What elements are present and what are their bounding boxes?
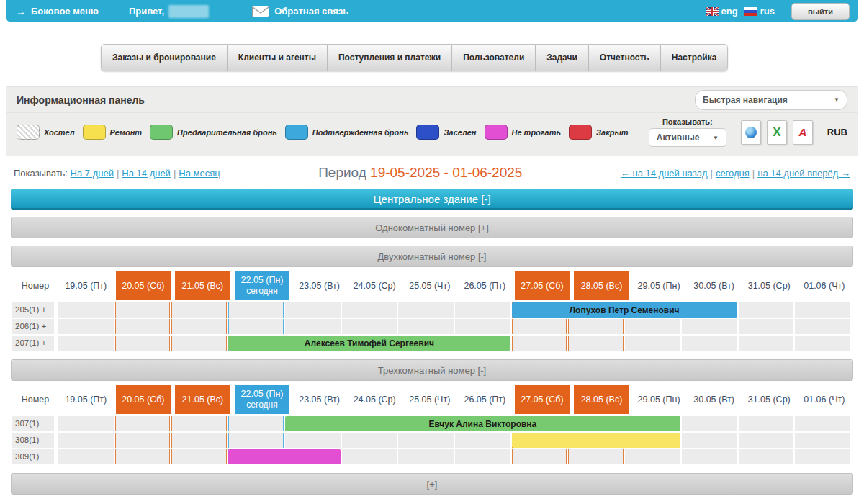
day-cell[interactable] bbox=[285, 433, 342, 449]
room-label[interactable]: 309(1) bbox=[12, 449, 58, 466]
booking-bar[interactable]: Алексеев Тимофей Сергеевич bbox=[228, 336, 510, 351]
day-cell[interactable] bbox=[682, 319, 739, 336]
day-cell[interactable] bbox=[228, 302, 285, 319]
day-cell[interactable] bbox=[512, 449, 569, 466]
range-month-link[interactable]: На месяц bbox=[179, 168, 220, 179]
day-cell[interactable] bbox=[228, 319, 285, 336]
lang-rus[interactable]: rus bbox=[744, 6, 775, 17]
range-7-days-link[interactable]: На 7 дней bbox=[71, 168, 114, 179]
day-cell[interactable] bbox=[455, 449, 512, 466]
day-cell[interactable] bbox=[58, 449, 115, 466]
nav-tab[interactable]: Настройка bbox=[661, 45, 728, 71]
day-cell[interactable] bbox=[115, 433, 172, 449]
room-label[interactable]: 206(1) + bbox=[12, 319, 58, 336]
day-cell[interactable] bbox=[398, 433, 455, 449]
booking-bar[interactable] bbox=[228, 449, 340, 464]
day-cell[interactable] bbox=[682, 336, 739, 352]
nav-tab[interactable]: Поступления и платежи bbox=[328, 45, 452, 71]
booking-bar[interactable] bbox=[512, 433, 680, 448]
day-cell[interactable] bbox=[228, 416, 285, 433]
day-cell[interactable] bbox=[455, 302, 512, 319]
day-cell[interactable] bbox=[398, 302, 455, 319]
section-header[interactable]: Однокомнатный номер [+] bbox=[11, 217, 853, 238]
nav-tab[interactable]: Клиенты и агенты bbox=[228, 45, 328, 71]
booking-bar[interactable]: Лопухов Петр Семенович bbox=[512, 302, 737, 318]
lang-eng-label[interactable]: eng bbox=[721, 6, 738, 17]
today-link[interactable]: сегодня bbox=[716, 168, 750, 179]
room-label[interactable]: 308(1) bbox=[12, 433, 58, 449]
day-cell[interactable] bbox=[228, 433, 285, 449]
day-cell[interactable] bbox=[171, 302, 228, 319]
day-cell[interactable] bbox=[398, 319, 455, 336]
day-cell[interactable] bbox=[795, 449, 852, 466]
day-cell[interactable] bbox=[568, 319, 625, 336]
day-cell[interactable] bbox=[171, 336, 228, 352]
room-label[interactable]: 207(1) + bbox=[12, 336, 58, 352]
lang-rus-label[interactable]: rus bbox=[760, 6, 775, 17]
day-cell[interactable] bbox=[512, 336, 569, 352]
html-export-icon[interactable] bbox=[741, 120, 761, 145]
back-14-days-link[interactable]: ← на 14 дней назад bbox=[621, 168, 708, 179]
day-cell[interactable] bbox=[58, 416, 115, 433]
day-cell[interactable] bbox=[115, 416, 172, 433]
day-cell[interactable] bbox=[739, 319, 796, 336]
nav-tab[interactable]: Пользователи bbox=[452, 45, 536, 71]
day-cell[interactable] bbox=[115, 449, 172, 466]
day-cell[interactable] bbox=[795, 433, 852, 449]
day-cell[interactable] bbox=[625, 449, 682, 466]
day-cell[interactable] bbox=[171, 433, 228, 449]
excel-export-icon[interactable]: X bbox=[767, 120, 787, 145]
day-cell[interactable] bbox=[739, 416, 796, 433]
day-cell[interactable] bbox=[625, 336, 682, 352]
day-cell[interactable] bbox=[568, 336, 625, 352]
section-header[interactable]: Двухкомнатный номер [-] bbox=[11, 246, 853, 267]
day-cell[interactable] bbox=[58, 433, 115, 449]
booking-bar[interactable]: Евчук Алина Викторовна bbox=[285, 416, 680, 431]
day-cell[interactable] bbox=[739, 336, 796, 352]
day-cell[interactable] bbox=[795, 319, 852, 336]
feedback-link[interactable]: Обратная связь bbox=[274, 6, 348, 17]
day-cell[interactable] bbox=[342, 319, 399, 336]
nav-tab[interactable]: Отчетность bbox=[589, 45, 661, 71]
day-cell[interactable] bbox=[58, 319, 115, 336]
show-filter-select[interactable]: Активные ▼ bbox=[649, 128, 726, 147]
forward-14-days-link[interactable]: на 14 дней вперёд → bbox=[757, 168, 850, 179]
day-cell[interactable] bbox=[625, 319, 682, 336]
day-cell[interactable] bbox=[682, 433, 739, 449]
quick-nav-select[interactable]: Быстрая навигация ▼ bbox=[695, 90, 847, 110]
day-cell[interactable] bbox=[342, 302, 399, 319]
day-cell[interactable] bbox=[682, 449, 739, 466]
side-menu-link[interactable]: Боковое меню bbox=[31, 6, 99, 17]
day-cell[interactable] bbox=[115, 336, 172, 352]
day-cell[interactable] bbox=[115, 319, 172, 336]
pdf-export-icon[interactable]: A bbox=[793, 120, 813, 145]
day-cell[interactable] bbox=[58, 336, 115, 352]
day-cell[interactable] bbox=[739, 433, 796, 449]
section-header[interactable]: Трехкомнатный номер [-] bbox=[11, 359, 853, 381]
nav-tab[interactable]: Заказы и бронирование bbox=[102, 45, 228, 71]
day-cell[interactable] bbox=[171, 319, 228, 336]
day-cell[interactable] bbox=[455, 319, 512, 336]
lang-eng[interactable]: eng bbox=[706, 6, 738, 17]
logout-button[interactable]: выйти bbox=[791, 3, 850, 20]
day-cell[interactable] bbox=[342, 433, 399, 449]
day-cell[interactable] bbox=[171, 449, 228, 466]
day-cell[interactable] bbox=[115, 302, 172, 319]
room-label[interactable]: 205(1) + bbox=[12, 302, 58, 319]
range-14-days-link[interactable]: На 14 дней bbox=[122, 168, 171, 179]
day-cell[interactable] bbox=[285, 319, 342, 336]
day-cell[interactable] bbox=[739, 302, 796, 319]
day-cell[interactable] bbox=[568, 449, 625, 466]
day-cell[interactable] bbox=[285, 302, 342, 319]
section-header[interactable]: [+] bbox=[11, 473, 853, 495]
building-header[interactable]: Центральное здание [-] bbox=[11, 189, 853, 210]
day-cell[interactable] bbox=[795, 302, 852, 319]
day-cell[interactable] bbox=[398, 449, 455, 466]
day-cell[interactable] bbox=[342, 449, 399, 466]
day-cell[interactable] bbox=[58, 302, 115, 319]
day-cell[interactable] bbox=[739, 449, 796, 466]
day-cell[interactable] bbox=[795, 336, 852, 352]
room-label[interactable]: 307(1) bbox=[12, 416, 58, 433]
day-cell[interactable] bbox=[795, 416, 852, 433]
nav-tab[interactable]: Задачи bbox=[536, 45, 589, 71]
